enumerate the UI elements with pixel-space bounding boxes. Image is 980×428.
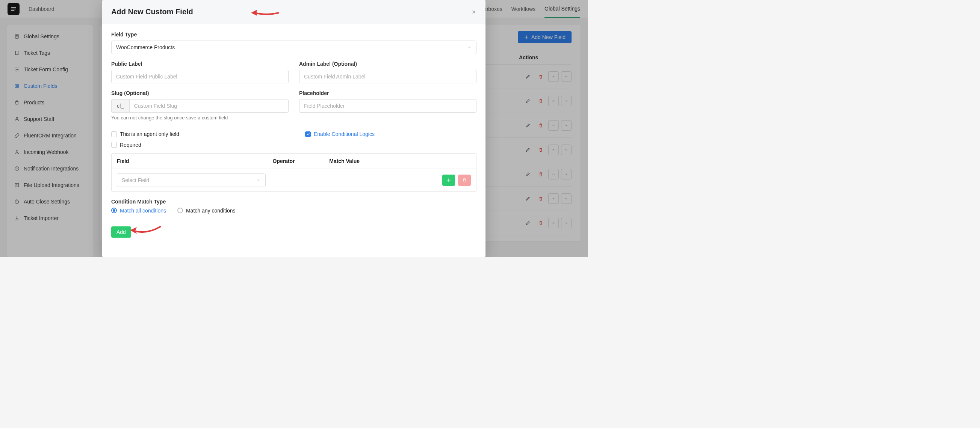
add-button[interactable]: Add [111, 227, 131, 238]
two-col-slug-placeholder: Slug (Optional) cf_ You can not change t… [111, 90, 476, 127]
field-group-public-label: Public Label [111, 61, 289, 83]
admin-label-input[interactable] [299, 70, 476, 83]
field-group-slug: Slug (Optional) cf_ You can not change t… [111, 90, 289, 120]
field-group-field-type: Field Type WooCommerce Products [111, 32, 476, 54]
slug-help: You can not change the slug once save a … [111, 115, 289, 120]
col-right: Enable Conditional Logics [305, 131, 476, 138]
slug-input[interactable] [129, 99, 289, 113]
public-label-input[interactable] [111, 70, 289, 83]
modal-title: Add New Custom Field [111, 8, 193, 16]
radio-dot-icon [177, 208, 183, 213]
checkbox-row-required: Required [111, 142, 476, 148]
annotation-arrow-icon [130, 224, 161, 231]
slug-label: Slug (Optional) [111, 90, 289, 96]
checkbox-box-icon [111, 132, 117, 137]
required-checkbox[interactable]: Required [111, 142, 141, 148]
match-any-radio[interactable]: Match any conditions [177, 208, 235, 214]
conditions-table: Field Operator Match Value Select Field [111, 153, 476, 192]
checkbox-row: This is an agent only field Enable Condi… [111, 131, 476, 138]
annotation-arrow-icon [251, 8, 279, 17]
close-button[interactable] [471, 10, 476, 15]
add-condition-button[interactable] [442, 174, 455, 186]
modal-body: Field Type WooCommerce Products Public L… [102, 24, 485, 247]
condition-field-select[interactable]: Select Field [117, 173, 266, 187]
placeholder-label: Placeholder [299, 90, 476, 96]
modal-header: Add New Custom Field [102, 0, 485, 24]
select-value: WooCommerce Products [116, 44, 175, 50]
admin-label: Admin Label (Optional) [299, 61, 476, 67]
delete-condition-button[interactable] [458, 174, 471, 186]
match-type-label: Condition Match Type [111, 199, 476, 204]
col-field: Field [117, 158, 272, 164]
radio-label: Match all conditions [120, 208, 166, 214]
select-value: Select Field [122, 177, 149, 183]
modal-overlay: Add New Custom Field Field Type WooComme… [0, 0, 588, 257]
radio-dot-icon [111, 208, 117, 213]
radio-label: Match any conditions [186, 208, 235, 214]
checkbox-box-icon [305, 132, 311, 137]
two-col-labels: Public Label Admin Label (Optional) [111, 61, 476, 90]
radio-row: Match all conditions Match any condition… [111, 208, 476, 214]
chevron-down-icon [256, 178, 261, 182]
agent-only-checkbox[interactable]: This is an agent only field [111, 131, 179, 137]
checkbox-box-icon [111, 142, 117, 147]
checkbox-label: Required [120, 142, 141, 148]
public-label: Public Label [111, 61, 289, 67]
slug-row: cf_ [111, 99, 289, 113]
enable-conditional-checkbox[interactable]: Enable Conditional Logics [305, 131, 375, 137]
condition-actions [442, 174, 471, 186]
conditions-body: Select Field [111, 169, 476, 192]
placeholder-input[interactable] [299, 99, 476, 113]
col-match-value: Match Value [329, 158, 414, 164]
modal: Add New Custom Field Field Type WooComme… [102, 0, 485, 257]
col-left: This is an agent only field [111, 131, 283, 138]
field-type-select[interactable]: WooCommerce Products [111, 41, 476, 54]
checkbox-label: This is an agent only field [120, 131, 179, 137]
field-type-label: Field Type [111, 32, 476, 38]
field-group-placeholder: Placeholder [299, 90, 476, 120]
match-all-radio[interactable]: Match all conditions [111, 208, 166, 214]
col-operator: Operator [272, 158, 329, 164]
field-group-match-type: Condition Match Type Match all condition… [111, 199, 476, 214]
slug-prefix: cf_ [111, 99, 129, 113]
chevron-down-icon [467, 45, 472, 49]
checkbox-label: Enable Conditional Logics [314, 131, 375, 137]
conditions-head: Field Operator Match Value [111, 154, 476, 169]
field-group-admin-label: Admin Label (Optional) [299, 61, 476, 83]
